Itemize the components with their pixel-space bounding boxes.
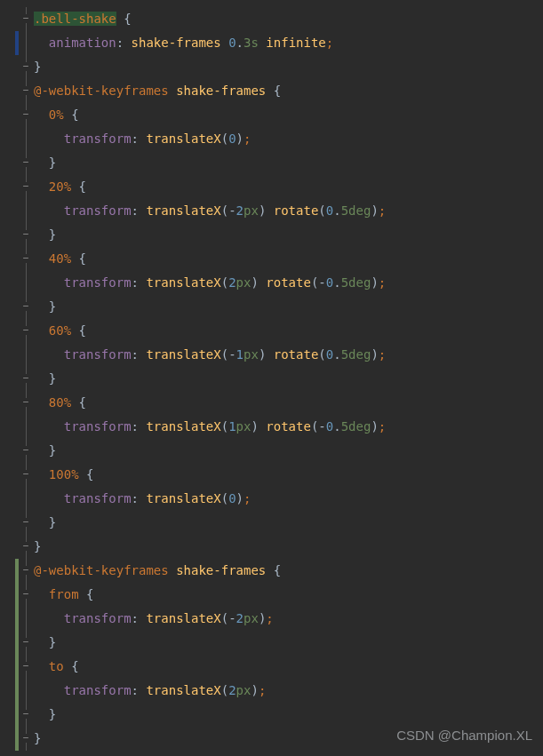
code-line[interactable]: } [34,367,543,391]
code-line[interactable]: transform: translateX(-1px) rotate(0.5de… [34,343,543,367]
fold-open-icon[interactable]: − [21,110,30,119]
token [71,179,78,194]
token: : [132,683,147,697]
token: 1 [236,347,244,362]
gutter-line: − [0,511,32,535]
fold-close-icon[interactable]: − [21,302,30,311]
change-marker [15,703,19,727]
fold-open-icon[interactable]: − [21,254,30,263]
fold-close-icon[interactable]: − [21,158,30,167]
editor-gutter[interactable]: −−−−−−−−−−−−−−−−−−−−−− [0,7,32,751]
fold-open-icon[interactable]: − [21,470,30,479]
indent [34,299,49,314]
token: @-webkit-keyframes [34,563,169,577]
code-line[interactable]: } [34,223,543,247]
fold-close-icon[interactable]: − [21,542,30,551]
token: ) [371,203,378,218]
code-line[interactable]: to { [34,655,543,679]
token: 0 [326,419,333,434]
fold-guide [26,31,27,55]
code-line[interactable]: .bell-shake { [34,7,543,31]
code-line[interactable]: 80% { [34,391,543,415]
code-line[interactable]: 40% { [34,247,543,271]
token: ; [379,347,386,362]
token: transform [64,611,132,625]
fold-guide [26,343,27,367]
fold-open-icon[interactable]: − [21,566,30,575]
gutter-line [0,199,32,223]
gutter-line: − [0,55,32,79]
change-marker [15,559,19,583]
fold-open-icon[interactable]: − [21,398,30,407]
code-line[interactable]: transform: translateX(-2px); [34,607,543,631]
fold-guide [26,271,27,295]
token: px [244,203,259,218]
code-line[interactable]: transform: translateX(0); [34,127,543,151]
code-line[interactable]: } [34,295,543,319]
token [64,659,71,673]
indent [34,155,49,170]
token: ( [221,683,228,697]
code-line[interactable]: transform: translateX(2px) rotate(-0.5de… [34,271,543,295]
code-line[interactable]: } [34,151,543,175]
token: } [34,539,41,553]
token: 100% [49,467,79,481]
fold-close-icon[interactable]: − [21,734,30,743]
code-line[interactable]: 0% { [34,103,543,127]
token: : [132,275,147,290]
fold-close-icon[interactable]: − [21,374,30,383]
token: ( [221,419,228,434]
token: to [49,659,64,673]
token: { [124,12,131,26]
gutter-line: − [0,727,32,751]
fold-close-icon[interactable]: − [21,518,30,527]
code-line[interactable]: } [34,439,543,463]
code-line[interactable]: } [34,55,543,79]
token: ) [251,683,258,697]
token: px [244,347,259,362]
fold-close-icon[interactable]: − [21,710,30,719]
code-line[interactable]: } [34,511,543,535]
code-line[interactable]: 60% { [34,319,543,343]
fold-close-icon[interactable]: − [21,638,30,647]
code-line[interactable]: animation: shake-frames 0.3s infinite; [34,31,543,55]
token: 0 [228,36,236,50]
code-line[interactable]: transform: translateX(1px) rotate(-0.5de… [34,415,543,439]
fold-open-icon[interactable]: − [21,590,30,599]
token: 5 [341,419,348,434]
code-line[interactable]: transform: translateX(0); [34,487,543,511]
token [266,563,273,577]
fold-close-icon[interactable]: − [21,62,30,71]
fold-close-icon[interactable]: − [21,230,30,239]
fold-open-icon[interactable]: − [21,326,30,335]
token: } [34,731,41,745]
fold-open-icon[interactable]: − [21,14,30,23]
change-marker [15,727,19,751]
indent [34,131,64,146]
token: : [116,36,132,50]
code-line[interactable]: @-webkit-keyframes shake-frames { [34,559,543,583]
token: deg [348,419,371,434]
token: - [228,203,236,218]
code-line[interactable]: @-webkit-keyframes shake-frames { [34,79,543,103]
code-area[interactable]: .bell-shake { animation: shake-frames 0.… [32,7,543,751]
token: { [71,659,78,673]
code-line[interactable]: from { [34,583,543,607]
code-line[interactable]: 100% { [34,463,543,487]
gutter-line: − [0,583,32,607]
code-line[interactable]: transform: translateX(2px); [34,679,543,703]
code-line[interactable]: transform: translateX(-2px) rotate(0.5de… [34,199,543,223]
token: 0 [228,131,236,146]
fold-open-icon[interactable]: − [21,86,30,95]
code-editor[interactable]: −−−−−−−−−−−−−−−−−−−−−− .bell-shake { ani… [0,0,543,751]
code-line[interactable]: } [34,631,543,655]
fold-open-icon[interactable]: − [21,182,30,191]
fold-guide [26,415,27,439]
code-line[interactable]: } [34,535,543,559]
token: 2 [228,683,236,697]
indent [34,203,64,218]
indent [34,347,64,362]
fold-open-icon[interactable]: − [21,662,30,671]
fold-close-icon[interactable]: − [21,446,30,455]
code-line[interactable]: 20% { [34,175,543,199]
